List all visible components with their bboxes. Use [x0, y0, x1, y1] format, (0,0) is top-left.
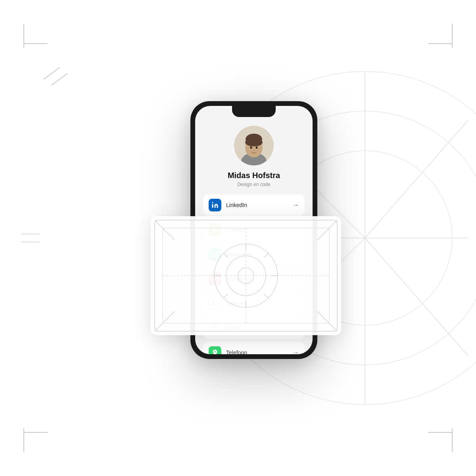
svg-point-30	[245, 138, 263, 146]
card-overlay	[151, 216, 341, 335]
main-content: Midas Hofstra Design en code	[0, 0, 476, 476]
svg-line-47	[317, 220, 337, 240]
linkedin-label: LinkedIn	[226, 202, 293, 208]
link-item-telefoon[interactable]: Telefoon →	[203, 342, 305, 354]
svg-rect-34	[212, 204, 213, 208]
link-item-linkedin[interactable]: LinkedIn →	[203, 194, 305, 216]
svg-line-49	[317, 311, 337, 331]
telefoon-arrow: →	[293, 349, 299, 354]
linkedin-arrow: →	[293, 202, 299, 209]
avatar	[234, 126, 274, 165]
svg-point-31	[250, 146, 252, 149]
telefoon-label: Telefoon	[226, 349, 293, 354]
phone-notch	[232, 106, 276, 117]
phone-wrapper: Midas Hofstra Design en code	[190, 101, 317, 359]
profile-tagline: Design en code	[237, 182, 270, 187]
svg-line-60	[264, 253, 269, 257]
svg-point-33	[253, 150, 255, 151]
svg-point-32	[256, 146, 258, 149]
svg-point-35	[212, 202, 213, 203]
linkedin-icon	[209, 199, 221, 211]
telefoon-icon	[209, 346, 221, 354]
svg-line-59	[223, 253, 228, 257]
svg-line-48	[155, 311, 175, 331]
svg-line-46	[155, 220, 175, 240]
svg-line-62	[264, 294, 269, 298]
svg-line-61	[223, 294, 228, 298]
profile-name: Midas Hofstra	[228, 171, 280, 180]
